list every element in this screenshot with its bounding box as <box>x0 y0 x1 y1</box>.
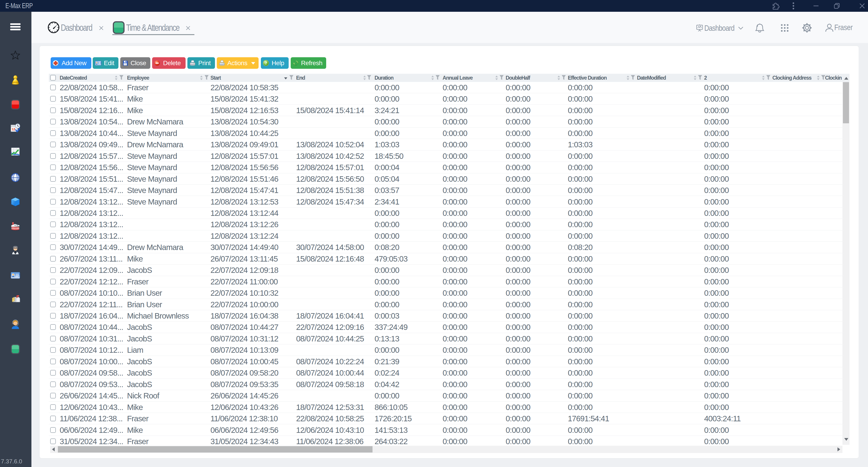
svg-text:12: 12 <box>12 127 16 131</box>
svg-text:?: ? <box>265 61 267 65</box>
